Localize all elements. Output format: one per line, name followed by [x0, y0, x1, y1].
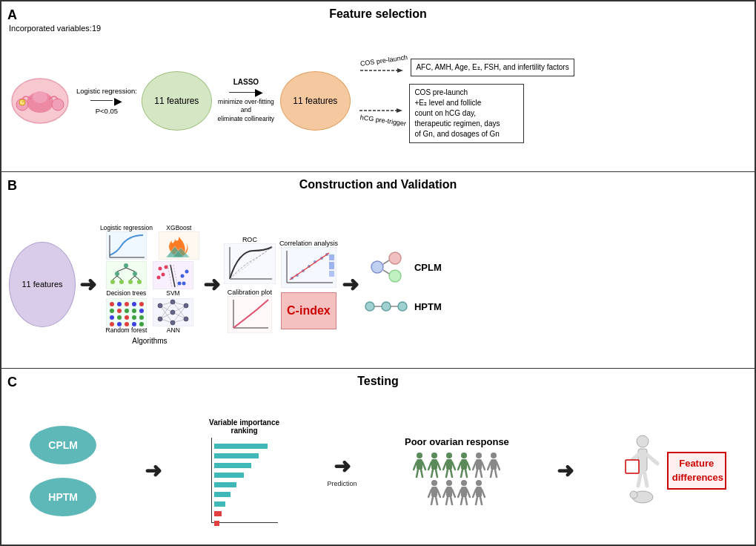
- svg-rect-103: [329, 254, 334, 260]
- svg-line-168: [461, 497, 462, 504]
- svg-line-148: [488, 462, 491, 470]
- lasso-label: LASSO: [233, 78, 259, 86]
- info-box-1: AFC, AMH, Age, E₂, FSH, and infertility …: [411, 59, 574, 76]
- svg-point-48: [139, 302, 144, 306]
- svg-point-50: [117, 309, 122, 313]
- svg-point-32: [158, 266, 162, 270]
- svg-point-46: [125, 302, 129, 306]
- xgboost-label: XGBoost: [166, 224, 191, 231]
- svg-point-22: [119, 280, 124, 284]
- roc-label: ROC: [242, 236, 257, 243]
- svg-line-131: [452, 462, 455, 470]
- arrow-to-eval: ➜: [203, 272, 220, 297]
- svg-rect-141: [476, 459, 482, 470]
- svg-point-56: [125, 315, 129, 320]
- info-box-2: COS pre-launch+E₂ level and folliclecoun…: [409, 84, 524, 143]
- svg-line-160: [443, 490, 446, 497]
- svg-point-54: [110, 315, 114, 320]
- svg-rect-123: [431, 459, 437, 470]
- svg-point-44: [110, 302, 114, 306]
- section-c: C Testing CPLM HPTM ➜ Variable importanc…: [1, 369, 755, 545]
- svg-point-39: [177, 281, 181, 285]
- arrow-to-output: ➜: [342, 272, 359, 297]
- svg-line-161: [452, 490, 455, 497]
- svg-line-172: [473, 490, 476, 497]
- section-b-title: Construction and Validation: [1, 178, 755, 191]
- svg-rect-129: [446, 459, 452, 470]
- random-forest-label: Random forest: [106, 326, 147, 334]
- svg-rect-159: [446, 487, 452, 497]
- ellipse-peach: 11 features: [280, 71, 351, 131]
- arrow-c-2: ➜ Prediction: [328, 454, 357, 487]
- svg-rect-104: [329, 262, 334, 269]
- svg-line-156: [431, 497, 433, 504]
- svg-point-170: [476, 480, 482, 486]
- svg-line-162: [446, 497, 448, 504]
- corr-label: Correlation analysis: [279, 240, 338, 247]
- svg-line-136: [458, 462, 461, 470]
- lasso-desc: minimize over-fitting andeliminate colli…: [216, 98, 276, 122]
- svg-line-125: [437, 462, 440, 470]
- svg-rect-177: [638, 449, 647, 471]
- hptm-output-label: HPTM: [414, 301, 442, 312]
- svg-line-157: [436, 497, 437, 504]
- svg-point-35: [156, 275, 160, 279]
- svg-point-36: [180, 274, 184, 277]
- svg-line-167: [467, 490, 470, 497]
- ann-label: ANN: [167, 326, 180, 334]
- svg-line-138: [461, 470, 462, 477]
- svg-line-130: [443, 462, 446, 470]
- svg-point-176: [637, 435, 649, 447]
- svg-line-150: [491, 470, 492, 477]
- svg-point-18: [124, 263, 128, 268]
- svg-point-4: [52, 99, 64, 111]
- pvalue: P<0.05: [96, 107, 118, 115]
- svg-point-34: [161, 272, 165, 276]
- svg-point-51: [125, 309, 129, 313]
- cindex-box: C-index: [281, 292, 336, 329]
- svg-point-24: [137, 280, 142, 284]
- uterus-illustration: [9, 71, 72, 130]
- svg-line-121: [421, 470, 422, 477]
- svg-rect-135: [461, 459, 467, 470]
- svg-point-115: [398, 302, 407, 311]
- svg-line-132: [446, 470, 448, 477]
- section-a-title: Feature selection: [1, 7, 755, 21]
- svg-line-119: [422, 462, 425, 470]
- arrow-c-1: ➜: [145, 458, 162, 483]
- svg-line-143: [482, 462, 485, 470]
- svg-line-139: [465, 470, 467, 477]
- svg-rect-165: [461, 487, 467, 497]
- svg-rect-184: [626, 460, 639, 473]
- svg-line-109: [383, 260, 389, 264]
- svg-line-179: [647, 455, 657, 464]
- calib-label: Calibration plot: [228, 289, 272, 296]
- svg-point-33: [164, 265, 168, 269]
- svg-point-83: [184, 317, 188, 321]
- svg-rect-117: [417, 459, 422, 470]
- svg-point-20: [133, 272, 137, 276]
- svg-point-164: [461, 480, 467, 486]
- svg-point-57: [132, 315, 136, 320]
- ellipse-green: 11 features: [142, 71, 212, 131]
- svg-point-53: [139, 309, 144, 313]
- svg-line-169: [465, 497, 467, 504]
- hcg-pre-trigger-label: hCG pre-trigger: [359, 114, 406, 128]
- svg-line-127: [436, 470, 437, 477]
- svg-point-23: [128, 280, 133, 284]
- svg-line-142: [473, 462, 476, 470]
- incorporated-vars: Incorporated variables:19: [9, 24, 101, 33]
- arrow-to-algos: ➜: [79, 272, 96, 297]
- feature-diff-box: Feature differences: [667, 452, 726, 489]
- decision-trees-label: Decision trees: [107, 289, 147, 297]
- svg-line-120: [417, 470, 418, 477]
- svg-point-81: [170, 320, 175, 325]
- svg-rect-153: [431, 487, 437, 497]
- svg-point-128: [446, 453, 452, 458]
- svg-point-79: [170, 300, 175, 304]
- svg-line-110: [383, 270, 389, 274]
- svg-point-19: [115, 272, 119, 276]
- logistic-regression-label: Logistic regression: [100, 224, 153, 231]
- svg-line-166: [458, 490, 461, 497]
- svg-point-122: [431, 453, 437, 458]
